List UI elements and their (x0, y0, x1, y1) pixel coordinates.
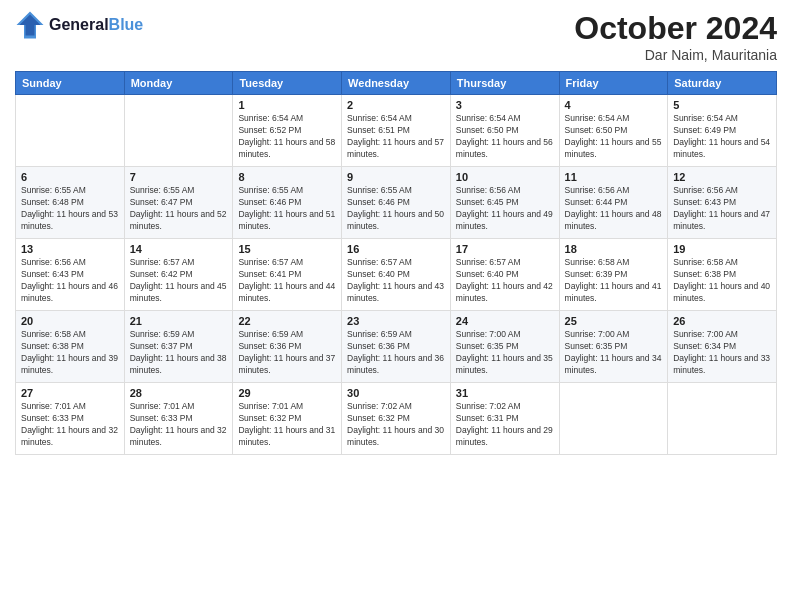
weekday-header-row: Sunday Monday Tuesday Wednesday Thursday… (16, 72, 777, 95)
table-cell: 3 Sunrise: 6:54 AMSunset: 6:50 PMDayligh… (450, 95, 559, 167)
table-cell: 16 Sunrise: 6:57 AMSunset: 6:40 PMDaylig… (342, 239, 451, 311)
day-number: 12 (673, 171, 771, 183)
table-cell: 13 Sunrise: 6:56 AMSunset: 6:43 PMDaylig… (16, 239, 125, 311)
day-info: Sunrise: 6:57 AMSunset: 6:41 PMDaylight:… (238, 257, 336, 305)
week-row-1: 6 Sunrise: 6:55 AMSunset: 6:48 PMDayligh… (16, 167, 777, 239)
week-row-0: 1 Sunrise: 6:54 AMSunset: 6:52 PMDayligh… (16, 95, 777, 167)
day-number: 5 (673, 99, 771, 111)
day-info: Sunrise: 7:00 AMSunset: 6:35 PMDaylight:… (565, 329, 663, 377)
table-cell: 5 Sunrise: 6:54 AMSunset: 6:49 PMDayligh… (668, 95, 777, 167)
table-cell: 24 Sunrise: 7:00 AMSunset: 6:35 PMDaylig… (450, 311, 559, 383)
table-cell: 7 Sunrise: 6:55 AMSunset: 6:47 PMDayligh… (124, 167, 233, 239)
day-info: Sunrise: 7:00 AMSunset: 6:35 PMDaylight:… (456, 329, 554, 377)
header-saturday: Saturday (668, 72, 777, 95)
table-cell: 11 Sunrise: 6:56 AMSunset: 6:44 PMDaylig… (559, 167, 668, 239)
day-number: 29 (238, 387, 336, 399)
day-info: Sunrise: 6:57 AMSunset: 6:42 PMDaylight:… (130, 257, 228, 305)
table-cell: 29 Sunrise: 7:01 AMSunset: 6:32 PMDaylig… (233, 383, 342, 455)
table-cell: 8 Sunrise: 6:55 AMSunset: 6:46 PMDayligh… (233, 167, 342, 239)
day-number: 23 (347, 315, 445, 327)
header-monday: Monday (124, 72, 233, 95)
day-info: Sunrise: 6:54 AMSunset: 6:52 PMDaylight:… (238, 113, 336, 161)
day-number: 7 (130, 171, 228, 183)
day-number: 19 (673, 243, 771, 255)
day-number: 6 (21, 171, 119, 183)
table-cell: 25 Sunrise: 7:00 AMSunset: 6:35 PMDaylig… (559, 311, 668, 383)
table-cell: 22 Sunrise: 6:59 AMSunset: 6:36 PMDaylig… (233, 311, 342, 383)
table-cell: 28 Sunrise: 7:01 AMSunset: 6:33 PMDaylig… (124, 383, 233, 455)
day-info: Sunrise: 6:57 AMSunset: 6:40 PMDaylight:… (456, 257, 554, 305)
day-info: Sunrise: 6:59 AMSunset: 6:37 PMDaylight:… (130, 329, 228, 377)
table-cell: 14 Sunrise: 6:57 AMSunset: 6:42 PMDaylig… (124, 239, 233, 311)
day-info: Sunrise: 6:59 AMSunset: 6:36 PMDaylight:… (347, 329, 445, 377)
table-cell (16, 95, 125, 167)
table-cell: 12 Sunrise: 6:56 AMSunset: 6:43 PMDaylig… (668, 167, 777, 239)
calendar-table: Sunday Monday Tuesday Wednesday Thursday… (15, 71, 777, 455)
table-cell: 20 Sunrise: 6:58 AMSunset: 6:38 PMDaylig… (16, 311, 125, 383)
day-info: Sunrise: 7:02 AMSunset: 6:32 PMDaylight:… (347, 401, 445, 449)
table-cell (559, 383, 668, 455)
day-number: 28 (130, 387, 228, 399)
week-row-4: 27 Sunrise: 7:01 AMSunset: 6:33 PMDaylig… (16, 383, 777, 455)
day-info: Sunrise: 7:01 AMSunset: 6:33 PMDaylight:… (130, 401, 228, 449)
header-tuesday: Tuesday (233, 72, 342, 95)
day-info: Sunrise: 6:54 AMSunset: 6:50 PMDaylight:… (565, 113, 663, 161)
table-cell: 9 Sunrise: 6:55 AMSunset: 6:46 PMDayligh… (342, 167, 451, 239)
day-number: 9 (347, 171, 445, 183)
header-friday: Friday (559, 72, 668, 95)
day-info: Sunrise: 6:58 AMSunset: 6:38 PMDaylight:… (673, 257, 771, 305)
day-info: Sunrise: 6:56 AMSunset: 6:44 PMDaylight:… (565, 185, 663, 233)
table-cell: 1 Sunrise: 6:54 AMSunset: 6:52 PMDayligh… (233, 95, 342, 167)
logo-text: GeneralBlue (49, 16, 143, 34)
day-number: 20 (21, 315, 119, 327)
table-cell: 30 Sunrise: 7:02 AMSunset: 6:32 PMDaylig… (342, 383, 451, 455)
day-info: Sunrise: 6:54 AMSunset: 6:49 PMDaylight:… (673, 113, 771, 161)
day-number: 27 (21, 387, 119, 399)
day-number: 26 (673, 315, 771, 327)
table-cell: 27 Sunrise: 7:01 AMSunset: 6:33 PMDaylig… (16, 383, 125, 455)
day-number: 8 (238, 171, 336, 183)
day-info: Sunrise: 6:58 AMSunset: 6:39 PMDaylight:… (565, 257, 663, 305)
header: GeneralBlue October 2024 Dar Naim, Mauri… (15, 10, 777, 63)
table-cell: 23 Sunrise: 6:59 AMSunset: 6:36 PMDaylig… (342, 311, 451, 383)
day-number: 1 (238, 99, 336, 111)
header-wednesday: Wednesday (342, 72, 451, 95)
day-info: Sunrise: 7:01 AMSunset: 6:33 PMDaylight:… (21, 401, 119, 449)
day-number: 18 (565, 243, 663, 255)
table-cell: 21 Sunrise: 6:59 AMSunset: 6:37 PMDaylig… (124, 311, 233, 383)
day-info: Sunrise: 6:56 AMSunset: 6:45 PMDaylight:… (456, 185, 554, 233)
month-title: October 2024 (574, 10, 777, 47)
table-cell: 18 Sunrise: 6:58 AMSunset: 6:39 PMDaylig… (559, 239, 668, 311)
day-number: 24 (456, 315, 554, 327)
table-cell (124, 95, 233, 167)
day-info: Sunrise: 6:54 AMSunset: 6:51 PMDaylight:… (347, 113, 445, 161)
day-info: Sunrise: 6:58 AMSunset: 6:38 PMDaylight:… (21, 329, 119, 377)
day-info: Sunrise: 6:55 AMSunset: 6:46 PMDaylight:… (347, 185, 445, 233)
day-info: Sunrise: 6:56 AMSunset: 6:43 PMDaylight:… (673, 185, 771, 233)
day-info: Sunrise: 6:57 AMSunset: 6:40 PMDaylight:… (347, 257, 445, 305)
day-info: Sunrise: 6:55 AMSunset: 6:46 PMDaylight:… (238, 185, 336, 233)
table-cell (668, 383, 777, 455)
day-number: 15 (238, 243, 336, 255)
day-number: 11 (565, 171, 663, 183)
day-number: 25 (565, 315, 663, 327)
day-info: Sunrise: 6:55 AMSunset: 6:47 PMDaylight:… (130, 185, 228, 233)
table-cell: 10 Sunrise: 6:56 AMSunset: 6:45 PMDaylig… (450, 167, 559, 239)
table-cell: 4 Sunrise: 6:54 AMSunset: 6:50 PMDayligh… (559, 95, 668, 167)
logo-icon (15, 10, 45, 40)
day-info: Sunrise: 7:02 AMSunset: 6:31 PMDaylight:… (456, 401, 554, 449)
day-number: 21 (130, 315, 228, 327)
table-cell: 17 Sunrise: 6:57 AMSunset: 6:40 PMDaylig… (450, 239, 559, 311)
day-info: Sunrise: 7:01 AMSunset: 6:32 PMDaylight:… (238, 401, 336, 449)
day-number: 30 (347, 387, 445, 399)
day-info: Sunrise: 6:54 AMSunset: 6:50 PMDaylight:… (456, 113, 554, 161)
day-info: Sunrise: 6:56 AMSunset: 6:43 PMDaylight:… (21, 257, 119, 305)
svg-marker-1 (20, 15, 41, 36)
header-thursday: Thursday (450, 72, 559, 95)
header-sunday: Sunday (16, 72, 125, 95)
page: GeneralBlue October 2024 Dar Naim, Mauri… (0, 0, 792, 612)
day-number: 10 (456, 171, 554, 183)
day-number: 16 (347, 243, 445, 255)
day-number: 14 (130, 243, 228, 255)
day-number: 4 (565, 99, 663, 111)
